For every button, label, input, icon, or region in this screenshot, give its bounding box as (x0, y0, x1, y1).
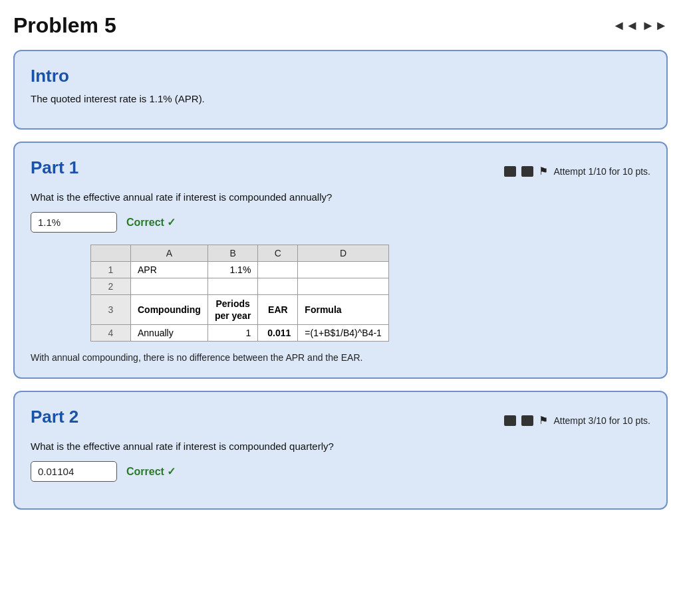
page-header: Problem 5 ◄◄ ►► (13, 13, 668, 38)
row-3-a: Compounding (131, 295, 208, 325)
part2-attempt-info: ⚑ Attempt 3/10 for 10 pts. (504, 414, 650, 427)
part2-grid-icon[interactable] (521, 415, 533, 426)
part2-answer-row: Correct ✓ (31, 461, 650, 482)
part1-question: What is the effective annual rate if int… (31, 191, 650, 203)
row-2-d (298, 278, 389, 295)
table-row: 4 Annually 1 0.011 =(1+B$1/B4)^B4-1 (91, 325, 389, 342)
col-a-header: A (131, 245, 208, 262)
row-1-a: APR (131, 262, 208, 278)
row-2-num: 2 (91, 278, 131, 295)
nav-arrows[interactable]: ◄◄ ►► (613, 18, 668, 33)
part1-attempt-info: ⚑ Attempt 1/10 for 10 pts. (504, 165, 650, 177)
part2-answer-input[interactable] (31, 461, 117, 482)
part1-correct-label: Correct ✓ (126, 216, 176, 229)
row-1-c (258, 262, 298, 278)
part2-title: Part 2 (31, 407, 78, 427)
row-3-d: Formula (298, 295, 389, 325)
intro-card: Intro The quoted interest rate is 1.1% (… (13, 50, 668, 130)
part2-correct-label: Correct ✓ (126, 465, 176, 478)
row-4-d: =(1+B$1/B4)^B4-1 (298, 325, 389, 342)
row-4-a: Annually (131, 325, 208, 342)
row-1-d (298, 262, 389, 278)
prev-arrow[interactable]: ◄◄ (613, 18, 639, 33)
row-4-num: 4 (91, 325, 131, 342)
col-d-header: D (298, 245, 389, 262)
part1-attempt-text: Attempt 1/10 for 10 pts. (553, 166, 650, 177)
table-row: 2 (91, 278, 389, 295)
col-b-header: B (207, 245, 257, 262)
intro-text: The quoted interest rate is 1.1% (APR). (31, 93, 650, 104)
row-2-b (207, 278, 257, 295)
part1-spreadsheet: A B C D 1 APR 1.1% 2 (90, 245, 389, 342)
row-3-c: EAR (258, 295, 298, 325)
part2-video-icon[interactable] (504, 415, 516, 426)
part2-question: What is the effective annual rate if int… (31, 441, 650, 452)
table-row: 3 Compounding Periodsper year EAR Formul… (91, 295, 389, 325)
part2-card: Part 2 ⚑ Attempt 3/10 for 10 pts. What i… (13, 391, 668, 510)
part1-spreadsheet-wrapper: A B C D 1 APR 1.1% 2 (90, 245, 650, 342)
row-3-num: 3 (91, 295, 131, 325)
grid-icon[interactable] (521, 166, 533, 177)
video-icon[interactable] (504, 166, 516, 177)
part2-attempt-text: Attempt 3/10 for 10 pts. (553, 415, 650, 426)
part1-card: Part 1 ⚑ Attempt 1/10 for 10 pts. What i… (13, 142, 668, 379)
part1-explanation: With annual compounding, there is no dif… (31, 352, 650, 363)
row-4-b: 1 (207, 325, 257, 342)
part2-flag-icon[interactable]: ⚑ (539, 414, 548, 427)
part1-answer-input[interactable] (31, 212, 117, 233)
intro-title: Intro (31, 66, 650, 86)
flag-icon[interactable]: ⚑ (539, 165, 548, 177)
part1-header: Part 1 ⚑ Attempt 1/10 for 10 pts. (31, 157, 650, 185)
next-arrow[interactable]: ►► (641, 18, 668, 33)
row-4-c: 0.011 (258, 325, 298, 342)
row-3-b: Periodsper year (207, 295, 257, 325)
row-2-c (258, 278, 298, 295)
col-c-header: C (258, 245, 298, 262)
row-1-b: 1.1% (207, 262, 257, 278)
part1-answer-row: Correct ✓ (31, 212, 650, 233)
page-title: Problem 5 (13, 13, 116, 38)
row-2-a (131, 278, 208, 295)
part1-title: Part 1 (31, 157, 78, 178)
row-1-num: 1 (91, 262, 131, 278)
part2-header: Part 2 ⚑ Attempt 3/10 for 10 pts. (31, 407, 650, 434)
spreadsheet-corner (91, 245, 131, 262)
table-row: 1 APR 1.1% (91, 262, 389, 278)
